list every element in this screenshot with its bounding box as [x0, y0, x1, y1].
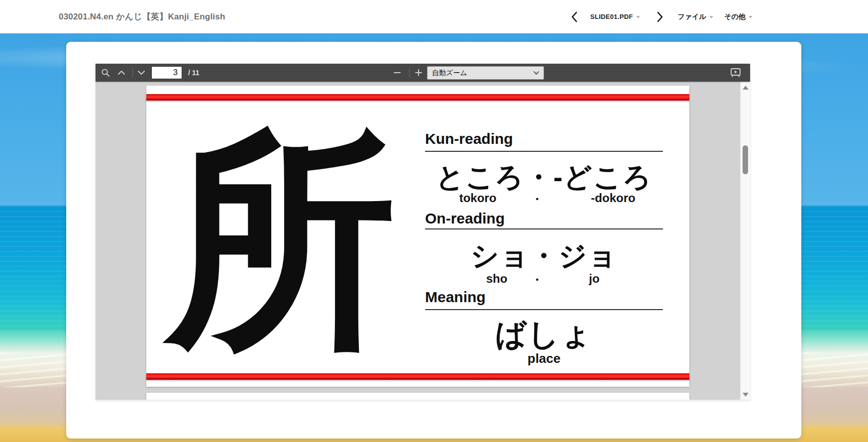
on-reading-kana: ショ・ジョ	[425, 237, 663, 275]
meaning-translation: place	[425, 351, 663, 366]
header-controls: SLIDE01.PDF ファイル その他	[567, 0, 753, 33]
minus-icon	[394, 69, 401, 76]
app-header: 030201.N4.en かんじ【英】Kanji_English SLIDE01…	[0, 0, 868, 33]
chevron-down-icon	[534, 71, 539, 75]
slide-bottom-red-bar	[146, 373, 689, 380]
toolbar-divider	[132, 68, 133, 78]
vertical-scrollbar[interactable]	[740, 82, 750, 400]
kanji-character: 所	[166, 125, 397, 357]
next-file-button[interactable]	[653, 9, 667, 25]
prev-file-button[interactable]	[567, 9, 581, 25]
romaji-separator: ・	[531, 272, 543, 288]
plus-icon	[415, 69, 422, 76]
meaning-kana: ばしょ	[425, 314, 663, 355]
caret-down-icon	[709, 16, 713, 18]
toolbar-divider	[409, 68, 410, 78]
scroll-down-arrow-icon[interactable]	[743, 393, 749, 397]
menu-file[interactable]: ファイル	[678, 12, 713, 21]
zoom-level-select[interactable]: 自動ズーム	[427, 66, 544, 80]
on-reading-label: On-reading	[425, 210, 663, 227]
next-page-button[interactable]	[134, 66, 148, 80]
chevron-left-icon	[569, 11, 579, 23]
file-selector-label: SLIDE01.PDF	[590, 13, 633, 20]
menu-other-label: その他	[724, 12, 746, 21]
scrollbar-thumb[interactable]	[743, 145, 748, 174]
presentation-mode-icon	[730, 68, 741, 78]
next-pdf-page-sliver	[146, 393, 689, 400]
romaji-text: tokoro	[459, 191, 497, 205]
romaji-text: -dokoro	[591, 191, 635, 205]
kanji-display: 所	[169, 116, 393, 365]
romaji-text: sho	[486, 272, 508, 286]
page-count-label: / 11	[188, 64, 200, 82]
meaning-label: Meaning	[425, 289, 663, 306]
menu-file-label: ファイル	[678, 12, 706, 21]
section-divider	[425, 151, 663, 152]
chevron-up-icon	[117, 70, 125, 75]
caret-down-icon	[636, 16, 640, 18]
pdf-page-area[interactable]: 所 Kun-reading ところ・-どころ tokoro ・ -dokoro …	[96, 82, 740, 400]
chevron-down-icon	[137, 70, 145, 75]
scroll-up-arrow-icon[interactable]	[743, 86, 749, 90]
page-title: 030201.N4.en かんじ【英】Kanji_English	[59, 0, 225, 33]
kun-reading-label: Kun-reading	[425, 130, 663, 147]
search-button[interactable]	[99, 66, 112, 80]
section-divider	[425, 309, 663, 310]
chevron-right-icon	[655, 11, 665, 23]
romaji-separator: ・	[531, 191, 543, 207]
kun-reading-romaji: tokoro ・ -dokoro	[425, 191, 663, 206]
previous-page-button[interactable]	[114, 66, 128, 80]
presentation-mode-button[interactable]	[729, 66, 743, 80]
zoom-level-value: 自動ズーム	[432, 69, 467, 78]
pdf-viewer: / 11 自動ズーム	[96, 64, 750, 400]
page-number-input[interactable]	[151, 66, 182, 79]
slide-top-red-bar	[146, 94, 689, 101]
on-reading-romaji: sho ・ jo	[425, 272, 663, 287]
menu-other[interactable]: その他	[724, 12, 753, 21]
romaji-text: jo	[589, 272, 599, 286]
zoom-out-button[interactable]	[390, 66, 404, 80]
search-icon	[101, 68, 110, 77]
file-selector[interactable]: SLIDE01.PDF	[590, 13, 640, 20]
pdf-toolbar: / 11 自動ズーム	[96, 64, 750, 82]
content-card: / 11 自動ズーム	[66, 42, 801, 439]
pdf-page: 所 Kun-reading ところ・-どころ tokoro ・ -dokoro …	[146, 86, 689, 387]
caret-down-icon	[749, 16, 753, 18]
section-divider	[425, 228, 663, 229]
zoom-in-button[interactable]	[412, 66, 426, 80]
